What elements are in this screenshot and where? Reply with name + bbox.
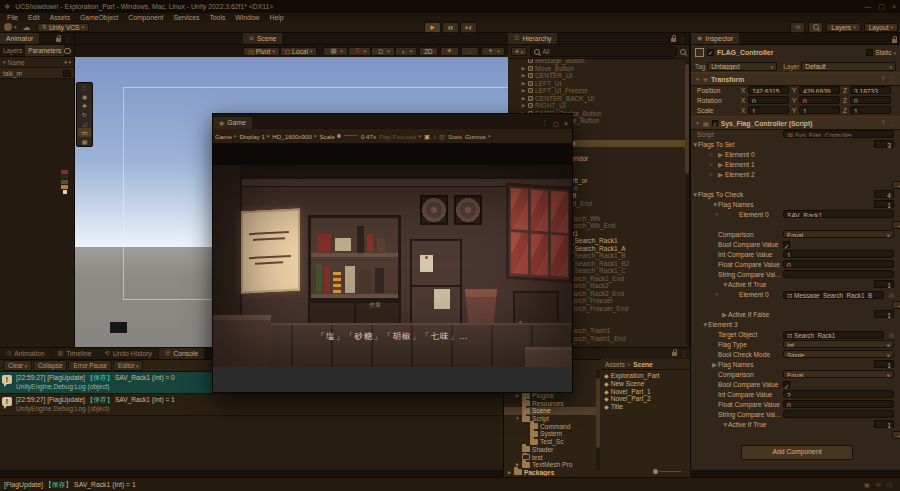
project-folder-command[interactable]: Command [504,422,596,430]
rect-tool-button[interactable]: ▭ [78,128,91,137]
filter-icon[interactable] [680,49,686,55]
menu-icon[interactable]: ⋮ [889,75,896,83]
property-value-field[interactable] [783,270,894,278]
inspector-row[interactable]: ComparisonEqual▾ [691,230,900,240]
inspector-row[interactable]: ▼Flags To Check4 [691,190,900,200]
project-folder-system[interactable]: System [504,430,596,438]
active-checkbox[interactable]: ✓ [707,49,714,56]
foldout-arrow-icon[interactable]: ▶ [521,88,526,93]
close-window-icon[interactable]: × [564,120,568,127]
chevron-down-icon[interactable]: ▾ [3,59,6,65]
asset-new-scene[interactable]: ◆New Scene [604,380,688,388]
tab-game[interactable]: ◉ Game [213,117,252,129]
tab-scene[interactable]: ⊞ Scene [243,33,282,44]
foldout-arrow-icon[interactable]: ▼ [722,420,727,430]
project-folder-script[interactable]: ▼Script [504,415,596,423]
inspector-row[interactable]: Int Compare Value2 [691,390,900,400]
inspector-row[interactable]: +− [691,430,900,440]
unity-vcs-button[interactable]: ↯ Unity VCS ▾ [37,23,89,32]
object-reference-field[interactable]: ⊡ Search_Rack1 [783,331,884,339]
inspector-row[interactable]: String Compare Val... [691,270,900,280]
property-checkbox[interactable]: ✓ [783,241,790,248]
foldout-arrow-icon[interactable]: ▶ [718,150,723,160]
menu-component[interactable]: Component [123,14,168,21]
remove-element-button[interactable]: − [892,181,900,189]
inspector-row[interactable]: String Compare Val... [691,410,900,420]
create-object-button[interactable]: +▾ [511,47,527,56]
inspector-row[interactable]: Target Object⊡ Search_Rack1◎ [691,330,900,340]
array-size-field[interactable]: 1 [874,200,894,208]
object-picker-icon[interactable]: ◎ [889,290,894,300]
scale-tool-button[interactable]: ◿ [78,119,91,128]
hierarchy-item[interactable]: ▶LEFT_UI [508,80,689,88]
parameter-talk-m[interactable]: talk_m [3,70,22,77]
menu-edit[interactable]: Edit [23,14,45,21]
console-log-entry[interactable]: ![22:59:27] [FlagUpdate] 【保存】 SAV_Rack1 … [0,394,503,416]
foldout-arrow-icon[interactable]: ▼ [712,200,717,210]
remove-element-button[interactable]: − [892,431,900,439]
project-scrollbar[interactable] [596,370,600,470]
game-context-dropdown[interactable]: Game▾ [215,133,236,140]
grid-visibility-dropdown[interactable]: ▦▾ [323,47,348,56]
float-window-icon[interactable]: ▢ [553,120,559,127]
menu-tools[interactable]: Tools [204,14,230,21]
effects-dropdown[interactable]: ✦▾ [481,47,505,56]
project-folder-packages[interactable]: ▶Packages [504,469,596,477]
cloud-icon[interactable]: ☁ [23,23,31,32]
display-dropdown[interactable]: Display 1▾ [239,133,269,140]
speaker-icon[interactable]: ♪ [433,133,436,140]
axis-value-field[interactable]: 429.6939 [799,86,840,94]
foldout-arrow-icon[interactable]: ▶ [722,310,727,320]
inspector-row[interactable]: ▼Active If True1 [691,280,900,290]
property-value-field[interactable]: 2 [783,390,894,398]
inspector-row[interactable]: +− [691,220,900,230]
search-button[interactable] [808,22,823,33]
property-dropdown[interactable]: Single▾ [783,350,894,358]
transform-tool-button[interactable]: ▦ [78,137,91,146]
asset-exploration_part[interactable]: ◆Exploration_Part [604,372,688,380]
tab-undo-history[interactable]: ⟲Undo History [99,348,158,359]
axis-value-field[interactable]: 0 [850,96,891,104]
asset-novel_part_1[interactable]: ◆Novel_Part_1 [604,387,688,395]
tab-parameters[interactable]: Parameters [25,45,64,56]
shading-mode-dropdown[interactable]: ◐▾ [395,47,417,56]
breadcrumb-assets[interactable]: Assets [605,361,625,368]
gameobject-name-field[interactable]: FLAG_Controller [717,49,773,56]
inspector-row[interactable]: ▶Flag Names1 [691,360,900,370]
mute-audio-toggle[interactable]: ▣ [424,133,430,140]
inspector-row[interactable]: Bool Compare Value✓ [691,380,900,390]
layers-dropdown[interactable]: Layers▾ [826,23,860,32]
foldout-arrow-icon[interactable]: ▼ [695,77,700,82]
scrollbar-thumb[interactable] [596,378,600,448]
inspector-row[interactable]: ≡▶Element 0 [691,150,900,160]
hierarchy-item[interactable]: ▶RIGHT_UI [508,102,689,110]
hierarchy-item[interactable]: ▶Move_Button [508,65,689,73]
foldout-arrow-icon[interactable]: ▼ [722,280,727,290]
foldout-arrow-icon[interactable]: ▼ [692,190,697,200]
axis-value-field[interactable]: 3.18733 [850,86,891,94]
axis-value-field[interactable]: 742.6315 [748,86,789,94]
add-component-button[interactable]: Add Component [741,445,853,460]
menu-icon[interactable]: ⋮ [64,36,71,44]
hierarchy-scrollbar[interactable] [685,58,689,345]
stats-toggle[interactable]: Stats [448,133,462,140]
menu-services[interactable]: Services [168,14,204,21]
tab-animation[interactable]: ◷Animation [0,348,50,359]
inspector-row[interactable]: ▼Flag Names1 [691,200,900,210]
inspector-row[interactable]: ▼Flags To Set3 [691,140,900,150]
project-folder-resources[interactable]: Resources [504,399,596,407]
inspector-row[interactable]: ≡▶Element 1 [691,160,900,170]
script-component-header[interactable]: ▼ ▤ ✓ Sys_Flag_Controller (Script) ?⋮ [691,116,900,130]
object-picker-icon[interactable]: ◎ [889,330,894,340]
scene-object[interactable] [110,322,127,333]
tab-hierarchy[interactable]: ☰ Hierarchy [508,33,557,44]
add-parameter-button[interactable]: + [64,59,68,66]
eye-icon[interactable] [64,48,71,54]
inspector-row[interactable]: Float Compare Value0 [691,260,900,270]
hierarchy-item[interactable]: ▶LEFT_UI_Freezer [508,87,689,95]
scale-slider[interactable]: Scale 0.47x [319,133,376,140]
menu-help[interactable]: Help [265,14,289,21]
property-checkbox[interactable]: ✓ [783,381,790,388]
snap-increment-dropdown[interactable]: Ω▾ [371,47,394,56]
hierarchy-item[interactable]: ▶CENTER_UI [508,72,689,80]
